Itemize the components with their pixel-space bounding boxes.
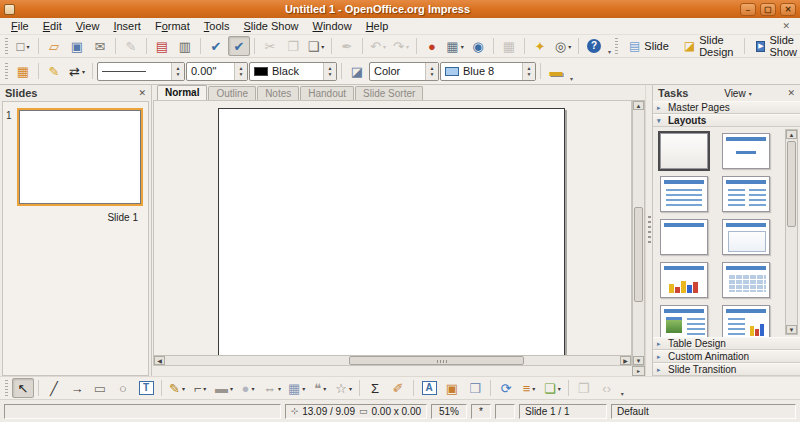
layout-title-bullets[interactable]	[660, 176, 708, 212]
layout-title-only[interactable]	[660, 219, 708, 255]
vertical-scrollbar[interactable]: ▲ ▼	[632, 100, 645, 366]
spinner-icon[interactable]: ▲▼	[522, 63, 535, 80]
menu-tools[interactable]: Tools	[197, 19, 237, 33]
section-layouts[interactable]: ▾ Layouts	[653, 114, 800, 127]
print-button[interactable]: ▥	[174, 36, 196, 56]
section-custom-animation[interactable]: ▸ Custom Animation	[653, 350, 800, 363]
tab-outline[interactable]: Outline	[208, 86, 256, 100]
line-style-select[interactable]: ▲▼	[97, 62, 185, 81]
scrollbar-thumb[interactable]	[634, 207, 643, 302]
menu-file[interactable]: File	[4, 19, 36, 33]
insert-table-button[interactable]: ▦▾	[444, 36, 466, 56]
scrollbar-corner-button[interactable]: ▸	[632, 366, 645, 376]
scroll-down-icon[interactable]: ▼	[633, 356, 644, 365]
curve-tool[interactable]: ✎▾	[166, 378, 188, 398]
area-dialog-button[interactable]: ◪	[346, 61, 368, 81]
maximize-button[interactable]: ▢	[760, 3, 776, 16]
arrow-line-tool[interactable]: →	[66, 378, 88, 398]
slide-show-button[interactable]: ▶ Slide Show	[749, 36, 800, 56]
section-table-design[interactable]: ▸ Table Design	[653, 337, 800, 350]
status-template-name[interactable]: Default	[611, 404, 796, 419]
slide-page[interactable]	[218, 108, 565, 358]
toolbar-grip[interactable]	[5, 380, 8, 396]
spellcheck-button[interactable]: ✔	[205, 36, 227, 56]
minimize-button[interactable]: –	[740, 3, 756, 16]
scroll-up-icon[interactable]: ▲	[633, 101, 644, 110]
email-button[interactable]: ✉	[89, 36, 111, 56]
status-zoom[interactable]: 51%	[431, 404, 467, 419]
tab-normal[interactable]: Normal	[157, 85, 207, 100]
menu-edit[interactable]: Edit	[36, 19, 69, 33]
toolbar-grip[interactable]	[615, 38, 618, 54]
text-tool[interactable]: T	[135, 378, 157, 398]
insert-picture-button[interactable]: ▣	[441, 378, 463, 398]
slide-button[interactable]: ▤ Slide	[622, 36, 676, 56]
gallery-button[interactable]: ❒	[464, 378, 486, 398]
layouts-scrollbar[interactable]: ▲ ▼	[785, 129, 798, 335]
section-master-pages[interactable]: ▸ Master Pages	[653, 101, 800, 114]
connector-tool[interactable]: ⌐▾	[189, 378, 211, 398]
tab-slide-sorter[interactable]: Slide Sorter	[355, 86, 423, 100]
open-button[interactable]: ▱	[43, 36, 65, 56]
hyperlink-button[interactable]: ◉	[467, 36, 489, 56]
spinner-icon[interactable]: ▲▼	[323, 63, 336, 80]
tab-notes[interactable]: Notes	[257, 86, 299, 100]
callouts-tool[interactable]: ❝▾	[309, 378, 331, 398]
toolbar-overflow-icon[interactable]: ▾	[570, 75, 573, 84]
stars-tool[interactable]: ☆▾	[332, 378, 355, 398]
new-document-button[interactable]: □▾	[12, 36, 34, 56]
basic-shapes-tool[interactable]: ▬▾	[212, 378, 236, 398]
fill-type-select[interactable]: Color ▲▼	[369, 62, 439, 81]
shadow-toggle-button[interactable]: ▬	[545, 61, 567, 81]
ellipse-tool[interactable]: ○	[112, 378, 134, 398]
styles-formatting-button[interactable]: ▦	[12, 61, 34, 81]
slide-design-button[interactable]: ◪ Slide Design	[677, 36, 741, 56]
layout-title-two-content[interactable]	[722, 176, 770, 212]
layout-title-content[interactable]	[722, 133, 770, 169]
line-dialog-button[interactable]: ✎	[43, 61, 65, 81]
paste-button[interactable]: ❑▾	[305, 36, 327, 56]
close-panel-icon[interactable]: ✕	[138, 88, 146, 98]
scroll-left-icon[interactable]: ◀	[154, 356, 165, 365]
layout-title-text-chart[interactable]	[722, 305, 770, 337]
toolbar-overflow-icon[interactable]: ▾	[621, 390, 624, 399]
scroll-right-icon[interactable]: ▶	[620, 356, 631, 365]
symbol-shapes-tool[interactable]: ●▾	[237, 378, 259, 398]
tasks-view-menu[interactable]: View ▾	[724, 88, 752, 99]
spinner-icon[interactable]: ▲▼	[425, 63, 438, 80]
scroll-up-icon[interactable]: ▲	[786, 130, 797, 139]
close-document-icon[interactable]: ✕	[776, 21, 796, 31]
menu-help[interactable]: Help	[359, 19, 396, 33]
scrollbar-thumb[interactable]	[349, 356, 524, 365]
scroll-down-icon[interactable]: ▼	[786, 325, 797, 334]
arrow-style-button[interactable]: ⇄▾	[66, 61, 88, 81]
toolbar-overflow-icon[interactable]: ▾	[608, 48, 611, 57]
layout-title-chart[interactable]	[660, 262, 708, 298]
line-color-select[interactable]: Black ▲▼	[249, 62, 337, 81]
block-arrows-tool[interactable]: ⇔▾	[260, 378, 284, 398]
layout-title-clipart-text[interactable]	[660, 305, 708, 337]
navigator-button[interactable]: ✦	[529, 36, 551, 56]
toolbar-grip[interactable]	[5, 38, 8, 54]
slide-canvas[interactable]: ◀ ▶	[153, 100, 632, 366]
menu-insert[interactable]: Insert	[106, 19, 148, 33]
scrollbar-thumb[interactable]	[787, 141, 796, 227]
glue-points-button[interactable]: ✐	[387, 378, 409, 398]
spinner-icon[interactable]: ▲▼	[234, 63, 247, 80]
line-width-input[interactable]: 0.00" ▲▼	[186, 62, 248, 81]
layout-centered-content[interactable]	[722, 219, 770, 255]
menu-format[interactable]: Format	[148, 19, 197, 33]
layout-blank[interactable]	[660, 133, 708, 169]
layout-title-table[interactable]	[722, 262, 770, 298]
close-button[interactable]: ✕	[780, 3, 796, 16]
select-tool[interactable]: ↖	[12, 378, 34, 398]
menu-window[interactable]: Window	[306, 19, 359, 33]
horizontal-scrollbar[interactable]: ◀ ▶	[154, 355, 631, 365]
section-slide-transition[interactable]: ▸ Slide Transition	[653, 363, 800, 376]
rotate-button[interactable]: ⟳	[495, 378, 517, 398]
toolbar-grip[interactable]	[5, 63, 8, 79]
fill-color-select[interactable]: Blue 8 ▲▼	[440, 62, 536, 81]
rectangle-tool[interactable]: ▭	[89, 378, 111, 398]
line-tool[interactable]: ╱	[43, 378, 65, 398]
arrange-button[interactable]: ❏▾	[541, 378, 564, 398]
